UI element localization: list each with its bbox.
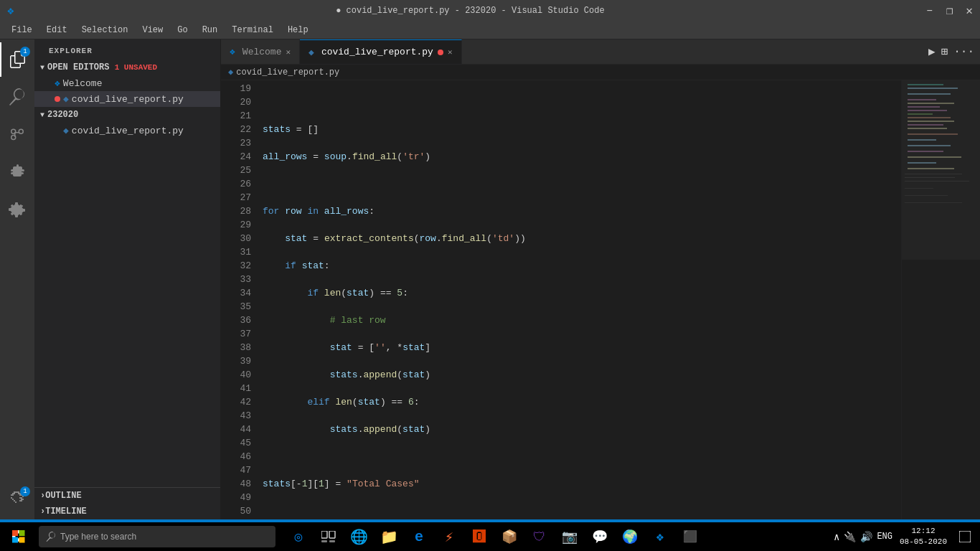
editor-area: ❖ Welcome ✕ ◆ covid_live_report.py ✕ ▶ ⊞… <box>221 39 980 519</box>
search-input[interactable] <box>60 532 254 542</box>
breadcrumb-py-icon: ◆ <box>228 67 233 77</box>
code-line-32 <box>263 450 901 463</box>
clock[interactable]: 12:12 08-05-2020 <box>895 526 951 548</box>
folder-section[interactable]: ▼ 232020 <box>34 107 220 123</box>
activity-explorer[interactable]: 1 <box>0 42 34 77</box>
taskbar-edge-app[interactable]: e <box>405 522 433 551</box>
taskbar-chrome[interactable]: 🌍 <box>616 522 644 551</box>
explorer-badge: 1 <box>20 47 30 57</box>
code-line-19 <box>263 95 901 109</box>
date: 08-05-2020 <box>900 537 947 547</box>
titlebar-controls: – ❐ ✕ <box>926 4 973 18</box>
maximize-button[interactable]: ❐ <box>946 4 953 18</box>
activity-extensions[interactable] <box>0 192 34 226</box>
activity-debug[interactable] <box>0 154 34 189</box>
editor-content[interactable]: 19 20 21 22 23 24 25 26 27 28 29 30 31 3… <box>221 80 980 519</box>
minimap <box>901 80 980 519</box>
code-line-21: all_rows = soup.find_all('tr') <box>263 150 901 164</box>
menu-terminal[interactable]: Terminal <box>226 24 279 37</box>
run-button[interactable]: ▶ <box>928 44 936 59</box>
taskbar-task-view[interactable] <box>314 522 343 551</box>
outline-section[interactable]: › OUTLINE <box>34 488 220 504</box>
activity-settings[interactable]: 1 <box>0 482 34 517</box>
vscode-logo-icon: ❖ <box>7 4 14 18</box>
tray-chevron[interactable]: ∧ <box>834 531 839 543</box>
menu-selection[interactable]: Selection <box>76 24 134 37</box>
taskbar-right: ∧ 🔌 🔊 ENG 12:12 08-05-2020 <box>834 522 976 551</box>
more-actions-button[interactable]: ··· <box>953 45 974 58</box>
close-button[interactable]: ✕ <box>966 4 973 18</box>
menu-go[interactable]: Go <box>171 24 193 37</box>
tab-file[interactable]: ◆ covid_live_report.py ✕ <box>300 39 461 64</box>
outline-chevron: › <box>40 491 45 501</box>
tab-welcome[interactable]: ❖ Welcome ✕ <box>221 39 300 64</box>
tray-network[interactable]: 🔌 <box>844 531 856 543</box>
svg-rect-20 <box>902 80 980 260</box>
taskbar-app3[interactable]: 🛡 <box>525 522 554 551</box>
activity-bar: 1 1 <box>0 39 34 519</box>
menubar: File Edit Selection View Go Run Terminal… <box>0 22 980 39</box>
menu-run[interactable]: Run <box>197 24 224 37</box>
split-editor-button[interactable]: ⊞ <box>941 44 948 59</box>
editor-tabs: ❖ Welcome ✕ ◆ covid_live_report.py ✕ ▶ ⊞… <box>221 39 980 65</box>
open-editors-section[interactable]: ▼ OPEN EDITORS 1 UNSAVED <box>34 60 220 75</box>
taskbar-apps: ◎ 🌐 📁 e ⚡ 🅾 📦 🛡 📷 💬 🌍 ❖ ⬛ <box>284 522 705 551</box>
tray-icons: ∧ 🔌 🔊 ENG <box>834 531 892 543</box>
tray-language[interactable]: ENG <box>877 532 892 542</box>
code-line-20: stats = [] <box>263 123 901 136</box>
folder-py-icon: ◆ <box>63 125 69 136</box>
titlebar-left: ❖ <box>7 4 14 18</box>
code-line-30: elif len(stat) == 6: <box>263 395 901 409</box>
welcome-tab-icon: ❖ <box>230 46 235 57</box>
minimize-button[interactable]: – <box>926 4 933 17</box>
svg-rect-32 <box>329 531 335 538</box>
taskbar-terminal[interactable]: ⬛ <box>676 522 705 551</box>
folder-chevron: ▼ <box>40 111 44 119</box>
code-editor[interactable]: stats = [] all_rows = soup.find_all('tr'… <box>257 80 901 519</box>
menu-edit[interactable]: Edit <box>41 24 73 37</box>
taskbar-app2[interactable]: 📦 <box>495 522 524 551</box>
taskbar-search[interactable] <box>39 526 275 547</box>
taskbar-vscode[interactable]: ❖ <box>646 522 674 551</box>
unsaved-count: 1 UNSAVED <box>115 63 157 72</box>
activity-source-control[interactable] <box>0 117 34 151</box>
taskbar-camera[interactable]: 📷 <box>555 522 584 551</box>
tray-volume[interactable]: 🔊 <box>860 531 872 543</box>
tab-welcome-close[interactable]: ✕ <box>286 47 291 57</box>
svg-rect-21 <box>905 174 962 174</box>
timeline-section[interactable]: › TIMELINE <box>34 504 220 519</box>
svg-rect-33 <box>321 540 327 542</box>
taskbar-app4[interactable]: 💬 <box>585 522 614 551</box>
taskbar-cortana[interactable]: ◎ <box>284 522 313 551</box>
tab-file-close[interactable]: ✕ <box>448 47 453 57</box>
code-line-29: stats.append(stat) <box>263 368 901 382</box>
svg-rect-28 <box>19 530 25 536</box>
main-layout: 1 1 EXPLORER ▼ OPEN EDITORS 1 UNSAVED <box>0 39 980 519</box>
notification-center-button[interactable] <box>954 522 976 551</box>
modified-dot-icon <box>55 96 60 102</box>
titlebar: ❖ ● covid_live_report.py - 232020 - Visu… <box>0 0 980 22</box>
menu-file[interactable]: File <box>6 24 38 37</box>
svg-rect-25 <box>905 195 948 196</box>
py-file-icon: ◆ <box>63 93 69 105</box>
minimap-svg <box>902 80 980 511</box>
sidebar-welcome-file[interactable]: ❖ Welcome <box>34 75 220 91</box>
taskbar-explorer[interactable]: 📁 <box>374 522 403 551</box>
svg-rect-27 <box>12 530 18 536</box>
taskbar-sciter[interactable]: ⚡ <box>435 522 463 551</box>
sidebar-bottom: › OUTLINE › TIMELINE <box>34 487 220 519</box>
vs-file-icon: ❖ <box>55 77 60 89</box>
code-line-23: for row in all_rows: <box>263 204 901 218</box>
menu-view[interactable]: View <box>136 24 169 37</box>
menu-help[interactable]: Help <box>282 24 314 37</box>
taskbar-office[interactable]: 🅾 <box>465 522 494 551</box>
start-button[interactable] <box>4 522 33 551</box>
activity-search[interactable] <box>0 80 34 114</box>
folder-label: 232020 <box>47 110 78 120</box>
sidebar-modified-file[interactable]: ◆ covid_live_report.py <box>34 91 220 107</box>
sidebar-folder-file[interactable]: ◆ covid_live_report.py <box>34 123 220 138</box>
taskbar-edge[interactable]: 🌐 <box>344 522 373 551</box>
breadcrumb-file: covid_live_report.py <box>236 67 339 77</box>
breadcrumb: ◆ covid_live_report.py <box>221 65 980 80</box>
tab-welcome-label: Welcome <box>242 47 282 57</box>
